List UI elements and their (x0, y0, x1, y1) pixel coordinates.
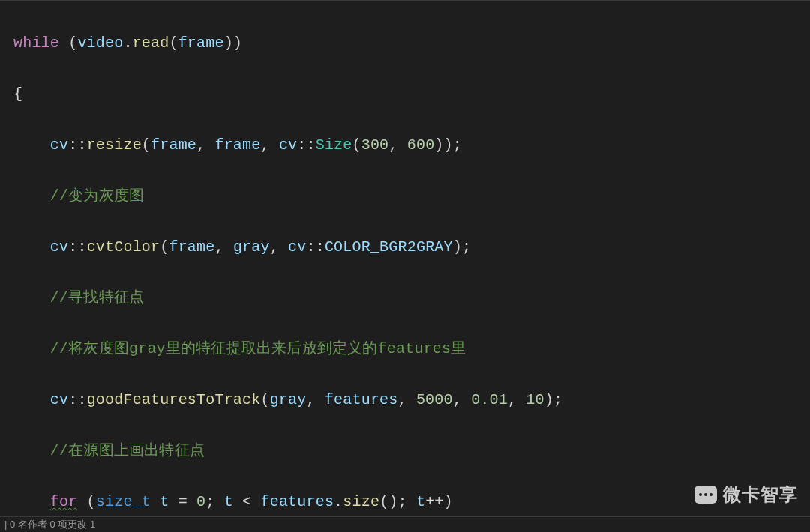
code-line[interactable]: //变为灰度图 (14, 184, 810, 209)
keyword-while: while (14, 34, 59, 52)
code-line[interactable]: //在源图上画出特征点 (14, 438, 810, 464)
code-line[interactable]: { (14, 82, 810, 107)
watermark-text: 微卡智享 (723, 483, 798, 507)
status-text: | 0 名作者 0 项更改 1 (4, 518, 95, 531)
code-editor[interactable]: while (video.read(frame)) { cv::resize(f… (0, 0, 810, 532)
comment: //在源图上画出特征点 (50, 442, 205, 459)
code-line[interactable]: cv::cvtColor(frame, gray, cv::COLOR_BGR2… (14, 235, 810, 260)
code-line[interactable]: cv::goodFeaturesToTrack(gray, features, … (14, 387, 810, 413)
code-line[interactable]: //寻找特征点 (14, 285, 810, 311)
code-line[interactable]: cv::resize(frame, frame, cv::Size(300, 6… (14, 133, 810, 158)
code-line[interactable]: //将灰度图gray里的特征提取出来后放到定义的features里 (14, 336, 810, 362)
comment: //寻找特征点 (50, 289, 144, 306)
comment: //变为灰度图 (50, 187, 144, 205)
watermark: 微卡智享 (694, 483, 798, 507)
code-line[interactable]: while (video.read(frame)) (14, 31, 810, 56)
comment: //将灰度图gray里的特征提取出来后放到定义的features里 (50, 340, 466, 357)
status-bar: | 0 名作者 0 项更改 1 (0, 516, 810, 532)
code-line[interactable]: for (size_t t = 0; t < features.size(); … (14, 489, 810, 515)
keyword-for: for (50, 493, 78, 510)
chat-bubble-icon (694, 486, 717, 504)
